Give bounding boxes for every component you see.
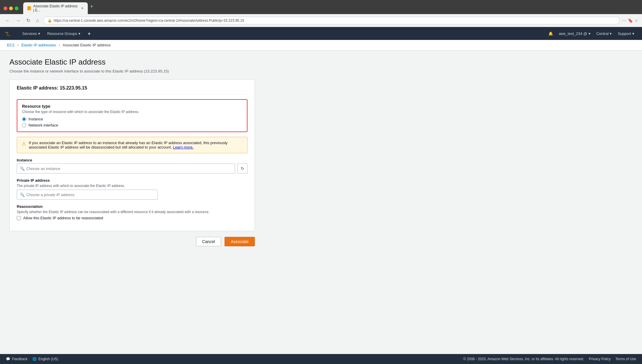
resource-groups-label: Resource Groups: [47, 31, 77, 36]
support-nav-item[interactable]: Support ▾: [615, 27, 637, 40]
warning-icon: ⚠: [22, 141, 26, 146]
reassociation-field: Reassociation Specify whether the Elasti…: [17, 204, 247, 220]
footer-left: 💬 Feedback 🌐 English (US): [6, 357, 58, 361]
fullscreen-button[interactable]: [15, 6, 18, 10]
bell-icon: 🔔: [548, 31, 553, 36]
radio-network-text: Network interface: [28, 123, 58, 127]
breadcrumb-ec2[interactable]: EC2: [7, 43, 14, 47]
user-nav-item[interactable]: aws_test_234 @ ▾: [556, 27, 594, 40]
radio-network[interactable]: [22, 123, 26, 127]
breadcrumb-current: Associate Elastic IP address: [63, 43, 111, 47]
close-button[interactable]: [4, 6, 7, 10]
browser-toolbar: ← → ↻ ⌂ 🔒 https://ca-central-1.console.a…: [0, 14, 642, 27]
breadcrumb: EC2 › Elastic IP addresses › Associate E…: [0, 40, 642, 50]
private-ip-search-input[interactable]: [26, 193, 154, 197]
support-label: Support: [618, 31, 631, 36]
button-row: Cancel Associate: [9, 237, 255, 246]
learn-more-link[interactable]: Learn more.: [173, 145, 193, 149]
breadcrumb-sep-2: ›: [59, 43, 60, 47]
resource-type-section: Resource type Choose the type of resourc…: [17, 99, 247, 132]
instance-search-wrap[interactable]: 🔍: [17, 164, 235, 173]
form-card: Elastic IP address: 15.223.95.15 Resourc…: [9, 79, 255, 231]
browser-chrome: Associate Elastic IP address | E... ✕ +: [0, 0, 642, 14]
private-ip-search-icon: 🔍: [20, 193, 25, 197]
language-label: English (US): [38, 357, 58, 361]
region-label: Central: [596, 31, 609, 36]
privacy-policy-link[interactable]: Privacy Policy: [589, 357, 611, 361]
radio-instance-text: Instance: [28, 117, 43, 121]
url-bar[interactable]: 🔒 https://ca-central-1.console.aws.amazo…: [43, 17, 620, 24]
new-tab-button[interactable]: +: [88, 2, 96, 14]
resource-type-radio-group: Instance Network interface: [22, 117, 242, 127]
services-label: Services: [22, 31, 37, 36]
tab-bar: Associate Elastic IP address | E... ✕ +: [23, 2, 96, 14]
private-ip-desc: The private IP address with which to ass…: [17, 184, 247, 188]
associate-button[interactable]: Associate: [225, 237, 255, 246]
terms-of-use-link[interactable]: Terms of Use: [615, 357, 636, 361]
private-ip-field: Private IP address The private IP addres…: [17, 178, 247, 200]
instance-search-icon: 🔍: [20, 166, 25, 171]
bell-nav-item[interactable]: 🔔: [545, 27, 556, 40]
star-nav-icon: ★: [87, 31, 91, 36]
back-button[interactable]: ←: [4, 17, 12, 24]
toolbar-actions: ⋯ 🔖 ☆: [622, 18, 638, 23]
radio-instance[interactable]: [22, 117, 26, 121]
instance-field: Instance 🔍 ↻: [17, 158, 247, 173]
globe-icon: 🌐: [32, 357, 37, 361]
reassociation-checkbox-text: Allow this Elastic IP address to be reas…: [23, 216, 103, 220]
extensions-icon[interactable]: ⋯: [622, 18, 626, 23]
instance-search-input[interactable]: [26, 166, 232, 171]
url-text: https://ca-central-1.console.aws.amazon.…: [54, 18, 244, 23]
resource-type-label: Resource type: [22, 104, 242, 109]
warning-text: If you associate an Elastic IP address t…: [29, 141, 242, 149]
minimize-button[interactable]: [9, 6, 13, 10]
instance-refresh-button[interactable]: ↻: [237, 164, 247, 173]
region-chevron-icon: ▾: [610, 31, 612, 36]
footer: 💬 Feedback 🌐 English (US) © 2008 - 2020,…: [0, 354, 642, 364]
resource-type-desc: Choose the type of resource with which t…: [22, 110, 242, 114]
reassociation-checkbox-label[interactable]: Allow this Elastic IP address to be reas…: [17, 216, 247, 220]
reassociation-desc: Specify whether the Elastic IP address c…: [17, 210, 247, 214]
home-button[interactable]: ⌂: [34, 17, 41, 24]
tab-favicon: [27, 6, 31, 10]
resource-groups-nav-item[interactable]: Resource Groups ▾: [44, 27, 83, 40]
copyright-text: © 2008 - 2020, Amazon Web Services, Inc.…: [463, 357, 584, 361]
feedback-item[interactable]: 💬 Feedback: [6, 357, 28, 361]
private-ip-search-wrap[interactable]: 🔍: [17, 190, 158, 200]
cancel-button[interactable]: Cancel: [196, 237, 221, 246]
services-chevron-icon: ▾: [38, 31, 40, 36]
region-nav-item[interactable]: Central ▾: [594, 27, 615, 40]
feedback-label: Feedback: [12, 357, 28, 361]
traffic-lights: [4, 6, 18, 10]
services-nav-item[interactable]: Services ▾: [19, 27, 43, 40]
reload-button[interactable]: ↻: [25, 16, 32, 24]
forward-button[interactable]: →: [14, 17, 22, 24]
footer-right: © 2008 - 2020, Amazon Web Services, Inc.…: [463, 357, 636, 361]
private-ip-label: Private IP address: [17, 178, 247, 183]
instance-label: Instance: [17, 158, 247, 162]
user-chevron-icon: ▾: [589, 31, 591, 36]
breadcrumb-elastic-ips[interactable]: Elastic IP addresses: [21, 43, 56, 47]
bookmark-icon[interactable]: 🔖: [628, 18, 633, 23]
star-icon[interactable]: ☆: [635, 18, 638, 23]
reassociation-label: Reassociation: [17, 204, 247, 209]
warning-box: ⚠ If you associate an Elastic IP address…: [17, 137, 247, 153]
speech-bubble-icon: 💬: [6, 357, 10, 361]
card-header: Elastic IP address: 15.223.95.15: [17, 85, 247, 95]
tab-close-icon[interactable]: ✕: [81, 6, 84, 10]
instance-input-row: 🔍 ↻: [17, 164, 247, 173]
language-item[interactable]: 🌐 English (US): [32, 357, 58, 361]
radio-instance-label[interactable]: Instance: [22, 117, 242, 121]
resource-groups-chevron-icon: ▾: [78, 31, 80, 36]
aws-nav: aws Services ▾ Resource Groups ▾ ★ 🔔 aws…: [0, 27, 642, 40]
main-content: Associate Elastic IP address Choose the …: [0, 50, 264, 253]
radio-network-label[interactable]: Network interface: [22, 123, 242, 127]
breadcrumb-sep-1: ›: [17, 43, 18, 47]
active-tab[interactable]: Associate Elastic IP address | E... ✕: [23, 2, 88, 14]
favorites-nav-item[interactable]: ★: [85, 27, 94, 40]
tab-title: Associate Elastic IP address | E...: [33, 4, 79, 12]
page-subtitle: Choose the instance or network interface…: [9, 69, 255, 73]
user-label: aws_test_234 @: [559, 31, 587, 36]
aws-nav-right: 🔔 aws_test_234 @ ▾ Central ▾ Support ▾: [545, 27, 638, 40]
reassociation-checkbox[interactable]: [17, 216, 21, 220]
